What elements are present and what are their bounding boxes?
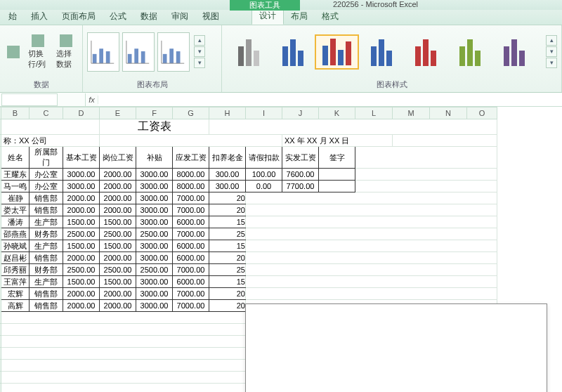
cell[interactable]: 2500.00 bbox=[63, 264, 100, 276]
col-header-L[interactable]: L bbox=[355, 107, 393, 119]
cell[interactable]: 2500.00 bbox=[136, 228, 173, 240]
cell[interactable]: 20 bbox=[209, 300, 246, 312]
cell[interactable]: 潘涛 bbox=[1, 216, 30, 228]
cell[interactable]: 20 bbox=[209, 252, 246, 264]
cell[interactable]: 签字 bbox=[319, 147, 355, 169]
cell[interactable]: 邱秀丽 bbox=[1, 264, 30, 276]
cell[interactable]: 王耀东 bbox=[1, 169, 30, 181]
cell[interactable]: 3000.00 bbox=[63, 181, 100, 192]
cell[interactable]: 7000.00 bbox=[173, 192, 209, 204]
chart-type-button[interactable] bbox=[4, 44, 22, 60]
cell[interactable]: 6000.00 bbox=[173, 252, 209, 264]
cell[interactable]: 补贴 bbox=[136, 147, 173, 169]
chart-style-7[interactable] bbox=[492, 34, 536, 70]
cell[interactable]: 扣养老金 bbox=[209, 147, 246, 169]
formula-input[interactable] bbox=[98, 93, 562, 106]
chart-layout-3[interactable] bbox=[157, 32, 190, 72]
cell[interactable]: 王富萍 bbox=[1, 276, 30, 288]
col-header-E[interactable]: E bbox=[100, 107, 136, 119]
cell[interactable]: 办公室 bbox=[30, 169, 63, 181]
cell[interactable]: 办公室 bbox=[30, 181, 63, 192]
cell[interactable]: 销售部 bbox=[30, 300, 63, 312]
cell[interactable]: 2000.00 bbox=[100, 300, 136, 312]
cell[interactable]: 2000.00 bbox=[63, 288, 100, 300]
cell[interactable]: 销售部 bbox=[30, 192, 63, 204]
cell[interactable]: 6000.00 bbox=[173, 216, 209, 228]
cell[interactable]: 2000.00 bbox=[100, 288, 136, 300]
cell[interactable]: 3000.00 bbox=[136, 181, 173, 192]
cell[interactable]: 7700.00 bbox=[282, 181, 319, 192]
fx-label[interactable]: fx bbox=[86, 96, 98, 104]
cell[interactable] bbox=[1, 119, 100, 135]
cell[interactable]: 2000.00 bbox=[100, 252, 136, 264]
col-header-K[interactable]: K bbox=[319, 107, 355, 119]
chart-style-2[interactable] bbox=[270, 34, 315, 70]
cell[interactable]: 2000.00 bbox=[100, 192, 136, 204]
style-scroll-up[interactable]: ▴ bbox=[546, 35, 557, 46]
cell[interactable]: XX 年 XX 月 XX 日 bbox=[282, 135, 393, 147]
cell[interactable]: 300.00 bbox=[209, 169, 246, 181]
tab-view[interactable]: 视图 bbox=[195, 8, 226, 25]
tab-formulas[interactable]: 公式 bbox=[103, 8, 133, 25]
cell[interactable]: 15 bbox=[209, 240, 246, 252]
cell[interactable]: 马一鸣 bbox=[1, 181, 30, 192]
cell[interactable]: 3000.00 bbox=[136, 216, 173, 228]
cell[interactable] bbox=[355, 169, 497, 181]
cell[interactable] bbox=[355, 147, 497, 169]
chart-style-6[interactable] bbox=[447, 34, 492, 70]
col-header-H[interactable]: H bbox=[209, 107, 246, 119]
cell[interactable] bbox=[246, 240, 497, 252]
col-header-O[interactable]: O bbox=[467, 107, 497, 119]
cell[interactable] bbox=[246, 204, 497, 216]
cell[interactable]: 3000.00 bbox=[136, 276, 173, 288]
cell[interactable]: 8000.00 bbox=[173, 169, 209, 181]
col-header-J[interactable]: J bbox=[282, 107, 319, 119]
tab-data[interactable]: 数据 bbox=[133, 8, 164, 25]
cell[interactable] bbox=[246, 252, 497, 264]
col-header-D[interactable]: D bbox=[63, 107, 100, 119]
cell[interactable]: 7000.00 bbox=[173, 264, 209, 276]
cell[interactable]: 基本工资 bbox=[63, 147, 100, 169]
embedded-chart-object[interactable] bbox=[245, 303, 547, 392]
col-header-N[interactable]: N bbox=[430, 107, 467, 119]
cell[interactable]: 2000.00 bbox=[63, 192, 100, 204]
cell[interactable] bbox=[246, 264, 497, 276]
cell[interactable]: 1500.00 bbox=[100, 216, 136, 228]
cell[interactable]: 实发工资 bbox=[282, 147, 319, 169]
cell[interactable]: 100.00 bbox=[246, 169, 282, 181]
cell[interactable]: 销售部 bbox=[30, 204, 63, 216]
cell[interactable]: 3000.00 bbox=[136, 240, 173, 252]
name-box[interactable] bbox=[1, 93, 58, 106]
tab-insert[interactable]: 插入 bbox=[24, 8, 55, 25]
cell[interactable]: 称：XX 公司 bbox=[1, 135, 100, 147]
chart-layout-1[interactable] bbox=[87, 32, 119, 72]
cell[interactable]: 生产部 bbox=[30, 276, 63, 288]
style-more[interactable]: ▾ bbox=[546, 58, 557, 68]
cell[interactable]: 2000.00 bbox=[100, 169, 136, 181]
cell[interactable]: 销售部 bbox=[30, 288, 63, 300]
tab-page-layout[interactable]: 页面布局 bbox=[55, 8, 103, 25]
cell[interactable]: 赵昌彬 bbox=[1, 252, 30, 264]
cell[interactable]: 6000.00 bbox=[173, 240, 209, 252]
cell[interactable]: 6000.00 bbox=[173, 276, 209, 288]
cell[interactable]: 7000.00 bbox=[173, 288, 209, 300]
col-header-F[interactable]: F bbox=[136, 107, 173, 119]
cell[interactable]: 2000.00 bbox=[63, 252, 100, 264]
col-header-I[interactable]: I bbox=[246, 107, 282, 119]
cell[interactable]: 25 bbox=[209, 264, 246, 276]
cell[interactable]: 3000.00 bbox=[63, 169, 100, 181]
cell[interactable]: 7600.00 bbox=[282, 169, 319, 181]
cell[interactable]: 20 bbox=[209, 288, 246, 300]
col-header-G[interactable]: G bbox=[173, 107, 209, 119]
cell[interactable]: 3000.00 bbox=[136, 204, 173, 216]
switch-row-col-button[interactable]: 切换行/列 bbox=[25, 33, 51, 71]
cell[interactable]: 所属部门 bbox=[30, 147, 63, 169]
cell[interactable]: 2000.00 bbox=[100, 204, 136, 216]
cell[interactable]: 20 bbox=[209, 204, 246, 216]
chart-style-3[interactable] bbox=[315, 34, 359, 70]
cell[interactable]: 7000.00 bbox=[173, 300, 209, 312]
cell[interactable]: 3000.00 bbox=[136, 192, 173, 204]
cell[interactable]: 7000.00 bbox=[173, 204, 209, 216]
cell[interactable]: 2500.00 bbox=[100, 228, 136, 240]
cell[interactable]: 宏辉 bbox=[1, 288, 30, 300]
